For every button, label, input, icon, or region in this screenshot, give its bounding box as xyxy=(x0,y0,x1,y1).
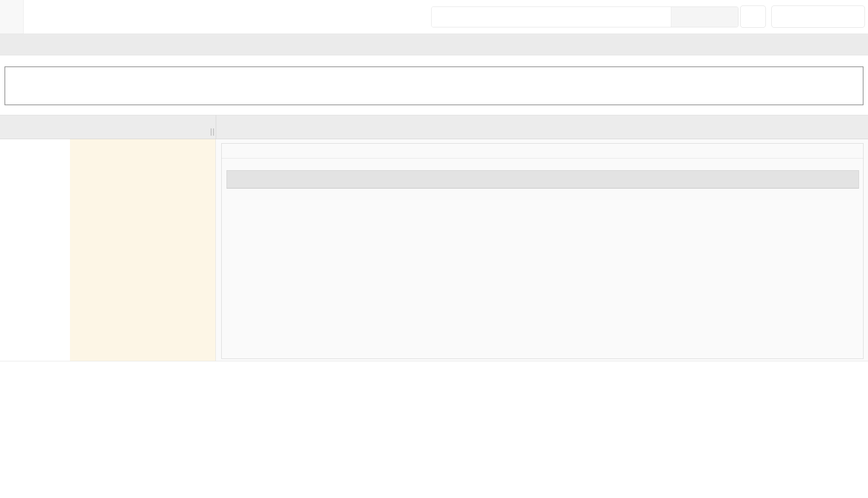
logs-header[interactable] xyxy=(227,171,859,188)
find-input[interactable] xyxy=(432,7,671,27)
span-detail-panel xyxy=(216,139,868,361)
trace-timeline-page xyxy=(0,0,868,498)
span-detail-accent xyxy=(216,139,868,141)
minimap-scroll-area xyxy=(5,106,863,110)
span-list-header xyxy=(0,115,216,139)
span-detail-section xyxy=(0,139,868,361)
span-detail-header[interactable] xyxy=(222,144,863,159)
find-tools xyxy=(671,7,738,27)
span-detail-highlight xyxy=(70,139,215,361)
top-bar xyxy=(0,0,868,34)
trace-title-group xyxy=(41,0,55,34)
view-selector-button[interactable] xyxy=(771,6,865,28)
span-detail-card xyxy=(221,143,863,359)
span-id-row xyxy=(222,189,863,194)
minimap-canvas[interactable] xyxy=(5,66,863,105)
timeline-axis xyxy=(216,115,868,139)
find-group xyxy=(431,7,738,27)
logs-block xyxy=(227,170,859,189)
trace-summary-bar xyxy=(0,34,868,55)
span-color-stripe xyxy=(67,139,70,361)
span-rows-bottom xyxy=(0,361,868,398)
tags-row[interactable] xyxy=(222,159,863,169)
timeline-header xyxy=(0,115,868,139)
timeline-minimap xyxy=(0,55,868,115)
keyboard-shortcuts-button[interactable] xyxy=(740,6,766,28)
span-detail-left-gutter xyxy=(0,139,216,361)
minimap-axis xyxy=(5,55,863,66)
back-button[interactable] xyxy=(0,0,24,34)
column-resizer[interactable] xyxy=(211,128,214,136)
